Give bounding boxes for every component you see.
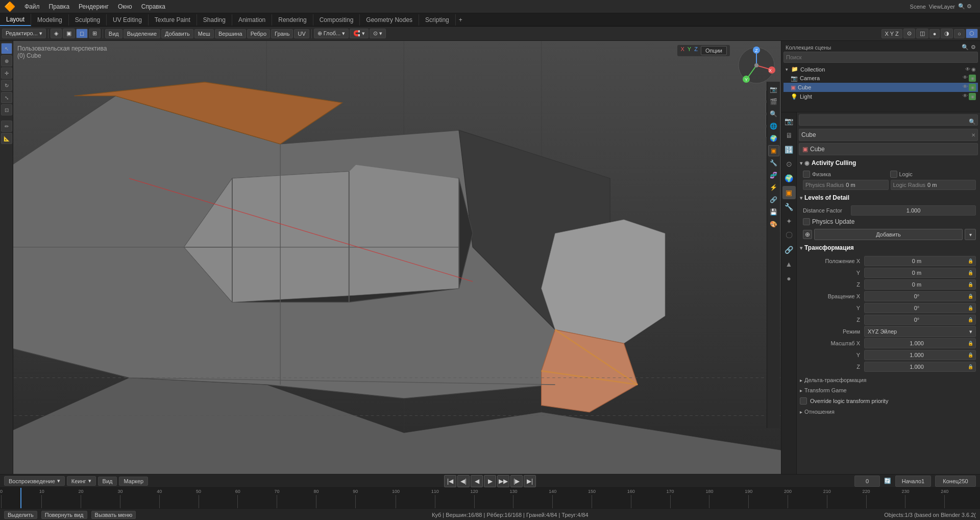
- constraint2-icon-btn[interactable]: 🔗: [782, 243, 796, 256]
- add-workspace-btn[interactable]: +: [456, 16, 465, 23]
- jump-start-btn[interactable]: |◀: [444, 475, 456, 487]
- add-lod-btn[interactable]: Добавить: [814, 229, 963, 240]
- timeline-frames[interactable]: 0102030405060708090100110120130140150160…: [0, 488, 980, 508]
- toggle-btn-4[interactable]: ⊞: [89, 29, 101, 38]
- particles2-icon-btn[interactable]: ✦: [782, 215, 796, 228]
- output-icon-btn[interactable]: 🖥: [782, 129, 796, 142]
- face-menu-btn[interactable]: Грань: [271, 29, 293, 38]
- world3-icon-btn[interactable]: 🌍: [782, 172, 796, 185]
- menu-window[interactable]: Окно: [114, 2, 136, 11]
- scene-prop-icon[interactable]: 🌐: [768, 121, 779, 132]
- viewport-3d[interactable]: Пользовательская перспектива (0) Cube X …: [13, 41, 781, 474]
- scale-y-lock[interactable]: 🔒: [968, 352, 973, 358]
- transform-tool-btn[interactable]: ⊡: [1, 104, 12, 115]
- options-btn[interactable]: Опции: [701, 46, 727, 55]
- relations-header[interactable]: ▸ Отношения: [799, 407, 978, 417]
- data-prop-icon[interactable]: 💾: [768, 206, 779, 218]
- jump-forward-btn[interactable]: ▶▶: [497, 475, 509, 487]
- tab-geometry-nodes[interactable]: Geometry Nodes: [360, 14, 419, 26]
- edge-menu-btn[interactable]: Ребро: [247, 29, 270, 38]
- rotate-status-btn[interactable]: Повернуть вид: [41, 511, 87, 519]
- marker-menu-btn[interactable]: Маркер: [119, 477, 148, 486]
- view-menu-btn-timeline[interactable]: Вид: [98, 477, 117, 486]
- menu-edit[interactable]: Правка: [45, 2, 74, 11]
- physics-prop-icon[interactable]: ⚡: [768, 182, 779, 193]
- clear-name-btn[interactable]: ✕: [971, 132, 975, 138]
- transform-header[interactable]: ▾ Трансформация: [799, 242, 978, 253]
- keying-menu-btn[interactable]: Кеинг ▾: [67, 476, 96, 486]
- collection-item-light[interactable]: 💡 Light 👁 ◉: [783, 92, 978, 101]
- play-btn[interactable]: ▶: [484, 475, 496, 487]
- tab-uv-editing[interactable]: UV Editing: [107, 14, 149, 26]
- navigation-gizmo[interactable]: X Y Z: [736, 45, 777, 86]
- tab-sculpting[interactable]: Sculpting: [69, 14, 107, 26]
- constraints-prop-icon[interactable]: 🔗: [768, 194, 779, 205]
- view-layer-prop-icon[interactable]: 🔍: [768, 108, 779, 120]
- modifier-prop-icon[interactable]: 🔧: [768, 157, 779, 169]
- menu-help[interactable]: Справка: [137, 2, 169, 11]
- add-menu-btn[interactable]: Добавить: [161, 29, 193, 38]
- select-status-btn[interactable]: Выделить: [4, 511, 37, 519]
- collection-item-collection[interactable]: ▾ 📁 Collection 👁 ◉: [783, 65, 978, 74]
- menu-file[interactable]: Файл: [20, 2, 44, 11]
- view-menu-btn[interactable]: Вид: [105, 29, 122, 38]
- proportional-btn[interactable]: ⊙ ▾: [370, 29, 386, 38]
- pos-z-lock[interactable]: 🔒: [968, 282, 973, 287]
- cube-render-icon[interactable]: ◉: [969, 84, 976, 91]
- physics-update-checkbox[interactable]: [803, 218, 810, 225]
- tab-compositing[interactable]: Compositing: [313, 14, 360, 26]
- object-name-field[interactable]: Cube ✕: [799, 129, 978, 141]
- transform-pivot-btn[interactable]: ⊕ Глоб... ▾: [314, 29, 349, 38]
- tab-animation[interactable]: Animation: [232, 14, 272, 26]
- rot-z-field[interactable]: 0° 🔒: [864, 315, 976, 325]
- view-icon-btn[interactable]: 🔢: [782, 143, 796, 156]
- toggle-btn-2[interactable]: ▣: [63, 29, 75, 38]
- rotate-tool-btn[interactable]: ↻: [1, 80, 12, 91]
- camera-render-icon[interactable]: ◉: [969, 75, 976, 82]
- tab-rendering[interactable]: Rendering: [272, 14, 313, 26]
- scene-icon-btn[interactable]: 📷: [782, 114, 796, 128]
- pos-y-field[interactable]: 0 m 🔒: [864, 268, 976, 278]
- collection-search-input[interactable]: [783, 52, 978, 63]
- lod-plus-icon[interactable]: ⊕: [803, 230, 812, 239]
- tab-scripting[interactable]: Scripting: [419, 14, 456, 26]
- rotation-mode-dropdown[interactable]: XYZ Эйлер ▾: [864, 326, 976, 337]
- data2-icon-btn[interactable]: ▲: [782, 257, 796, 271]
- rot-x-field[interactable]: 0° 🔒: [864, 291, 976, 301]
- jump-end-btn[interactable]: ▶|: [524, 475, 536, 487]
- measure-btn[interactable]: 📐: [1, 133, 12, 144]
- next-keyframe-btn[interactable]: |▶: [510, 475, 523, 487]
- jump-back-btn[interactable]: ◀: [471, 475, 483, 487]
- add-lod-dropdown[interactable]: ▾: [965, 229, 976, 240]
- tab-modeling[interactable]: Modeling: [31, 14, 69, 26]
- scale-z-lock[interactable]: 🔒: [968, 364, 973, 369]
- prev-keyframe-btn[interactable]: ◀|: [457, 475, 470, 487]
- light-render-icon[interactable]: ◉: [969, 93, 976, 100]
- cube-eye-icon[interactable]: 👁: [963, 84, 968, 91]
- rot-x-lock[interactable]: 🔒: [968, 294, 973, 299]
- particles-prop-icon[interactable]: 🧬: [768, 170, 779, 181]
- physics-radius-field[interactable]: Physics Radius 0 m: [803, 180, 889, 190]
- cursor-tool-btn[interactable]: ⊕: [1, 55, 12, 66]
- material-view-btn[interactable]: ◑: [941, 29, 953, 38]
- world2-icon-btn[interactable]: ⊙: [782, 157, 796, 171]
- transform-game-header[interactable]: ▸ Transform Game: [799, 385, 978, 395]
- restrict-icon[interactable]: ◉: [971, 66, 976, 72]
- scale-tool-btn[interactable]: ⤡: [1, 92, 12, 103]
- uv-menu-btn[interactable]: UV: [294, 29, 309, 38]
- physics-checkbox[interactable]: [803, 171, 810, 178]
- toggle-btn-3[interactable]: ◻: [76, 29, 88, 38]
- loop-icon[interactable]: 🔄: [884, 478, 891, 484]
- scale-x-lock[interactable]: 🔒: [968, 341, 973, 346]
- menu-status-btn[interactable]: Вызвать меню: [91, 511, 136, 519]
- output-prop-icon[interactable]: 🎬: [768, 96, 779, 107]
- pos-z-field[interactable]: 0 m 🔒: [864, 279, 976, 290]
- tab-shading[interactable]: Shading: [197, 14, 232, 26]
- collection-item-cube[interactable]: ▣ Cube 👁 ◉: [783, 83, 978, 92]
- collection-item-camera[interactable]: 📷 Camera 👁 ◉: [783, 74, 978, 83]
- eye-icon[interactable]: 👁: [965, 66, 970, 72]
- render-view-btn[interactable]: ○: [954, 29, 965, 38]
- activity-culling-header[interactable]: ▾ ◉ Activity Culling: [799, 157, 978, 169]
- object-prop-icon[interactable]: ▣: [768, 145, 779, 156]
- rot-y-field[interactable]: 0° 🔒: [864, 303, 976, 313]
